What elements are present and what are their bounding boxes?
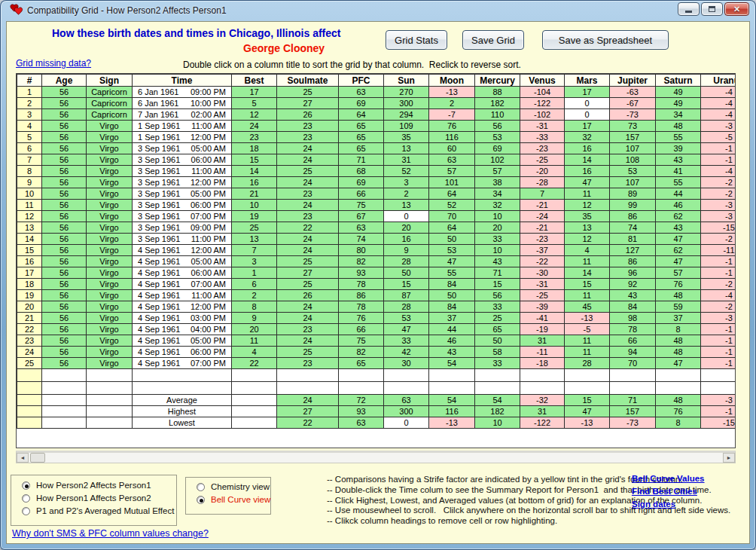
- time-cell[interactable]: 4 Sep 196106:00 AM: [133, 267, 232, 279]
- row-number-cell[interactable]: 1: [17, 87, 42, 98]
- value-cell[interactable]: 28: [384, 301, 429, 313]
- value-cell[interactable]: 43: [656, 222, 701, 234]
- col-header-jupiter[interactable]: Jupiter: [610, 75, 656, 87]
- value-cell[interactable]: 56: [475, 121, 520, 132]
- sign-cell[interactable]: Virgo: [87, 335, 133, 347]
- value-cell[interactable]: 8: [656, 324, 701, 335]
- value-cell[interactable]: 109: [384, 121, 429, 132]
- age-cell[interactable]: 56: [42, 200, 87, 211]
- time-cell[interactable]: 3 Sep 196112:00 PM: [133, 177, 232, 188]
- value-cell[interactable]: 23: [277, 188, 339, 200]
- value-cell[interactable]: 43: [475, 256, 520, 267]
- summary-label-cell[interactable]: Average: [133, 395, 232, 406]
- value-cell[interactable]: -19: [520, 324, 565, 335]
- scroll-thumb[interactable]: [30, 453, 45, 463]
- col-header-mercury[interactable]: Mercury: [475, 75, 520, 87]
- value-cell[interactable]: 11: [565, 347, 610, 358]
- value-cell[interactable]: 94: [610, 347, 656, 358]
- time-cell[interactable]: 3 Sep 196106:00 AM: [133, 154, 232, 166]
- value-cell[interactable]: -4: [701, 290, 736, 301]
- summary-value-cell[interactable]: 24: [277, 395, 339, 406]
- value-cell[interactable]: -37: [520, 245, 565, 256]
- value-cell[interactable]: 38: [475, 177, 520, 188]
- value-cell[interactable]: 182: [475, 98, 520, 109]
- age-cell[interactable]: 56: [42, 154, 87, 166]
- value-cell[interactable]: 42: [384, 347, 429, 358]
- value-cell[interactable]: -25: [520, 154, 565, 166]
- sign-cell[interactable]: Virgo: [87, 347, 133, 358]
- value-cell[interactable]: 45: [565, 301, 610, 313]
- value-cell[interactable]: 73: [610, 121, 656, 132]
- value-cell[interactable]: 80: [339, 245, 384, 256]
- value-cell[interactable]: 78: [610, 324, 656, 335]
- summary-value-cell[interactable]: 0: [384, 417, 429, 429]
- sign-cell[interactable]: Virgo: [87, 188, 133, 200]
- value-cell[interactable]: 28: [565, 358, 610, 369]
- value-cell[interactable]: 22: [277, 222, 339, 234]
- sign-cell[interactable]: Virgo: [87, 222, 133, 234]
- time-cell[interactable]: 6 Jan 196110:00 PM: [133, 98, 232, 109]
- value-cell[interactable]: 15: [232, 154, 277, 166]
- time-cell[interactable]: 4 Sep 196112:00 PM: [133, 301, 232, 313]
- row-number-cell[interactable]: 5: [17, 132, 42, 143]
- summary-label-cell[interactable]: Highest: [133, 406, 232, 417]
- value-cell[interactable]: 44: [429, 324, 475, 335]
- summary-value-cell[interactable]: -73: [610, 417, 656, 429]
- value-cell[interactable]: 86: [610, 256, 656, 267]
- age-cell[interactable]: 56: [42, 335, 87, 347]
- bell-curve-values-link[interactable]: Bell Curve Values: [632, 472, 705, 485]
- value-cell[interactable]: -104: [520, 87, 565, 98]
- value-cell[interactable]: 69: [339, 177, 384, 188]
- value-cell[interactable]: -31: [520, 121, 565, 132]
- value-cell[interactable]: 49: [656, 98, 701, 109]
- value-cell[interactable]: 15: [384, 279, 429, 290]
- time-cell[interactable]: 4 Sep 196112:00 AM: [133, 245, 232, 256]
- value-cell[interactable]: -23: [520, 143, 565, 154]
- value-cell[interactable]: 43: [656, 154, 701, 166]
- row-number-cell[interactable]: 13: [17, 222, 42, 234]
- age-cell[interactable]: 56: [42, 132, 87, 143]
- time-cell[interactable]: 3 Sep 196107:00 PM: [133, 211, 232, 222]
- value-cell[interactable]: 10: [475, 245, 520, 256]
- value-cell[interactable]: 44: [656, 188, 701, 200]
- value-cell[interactable]: -39: [520, 301, 565, 313]
- value-cell[interactable]: 13: [384, 200, 429, 211]
- age-cell[interactable]: 56: [42, 234, 87, 245]
- value-cell[interactable]: 64: [429, 188, 475, 200]
- row-number-cell[interactable]: 18: [17, 279, 42, 290]
- value-cell[interactable]: 24: [277, 301, 339, 313]
- time-cell[interactable]: 1 Sep 196111:00 AM: [133, 121, 232, 132]
- value-cell[interactable]: 107: [610, 177, 656, 188]
- value-cell[interactable]: 39: [656, 143, 701, 154]
- value-cell[interactable]: 65: [339, 132, 384, 143]
- value-cell[interactable]: -1: [701, 347, 736, 358]
- summary-value-cell[interactable]: 63: [384, 395, 429, 406]
- value-cell[interactable]: 64: [339, 109, 384, 121]
- radio-effect-p1-and-p2-s-averaged-mutual-effect[interactable]: P1 and P2's Averaged Mutual Effect: [11, 506, 176, 519]
- value-cell[interactable]: 35: [384, 132, 429, 143]
- summary-value-cell[interactable]: 47: [565, 406, 610, 417]
- value-cell[interactable]: 33: [475, 301, 520, 313]
- value-cell[interactable]: 25: [475, 313, 520, 324]
- age-cell[interactable]: 56: [42, 313, 87, 324]
- sign-dates-link[interactable]: Sign dates: [632, 498, 705, 511]
- sign-cell[interactable]: Capricorn: [87, 87, 133, 98]
- value-cell[interactable]: 1: [232, 267, 277, 279]
- value-cell[interactable]: 0: [565, 109, 610, 121]
- value-cell[interactable]: 11: [565, 290, 610, 301]
- value-cell[interactable]: 53: [429, 245, 475, 256]
- value-cell[interactable]: 53: [384, 313, 429, 324]
- save-as-spreadsheet-button[interactable]: Save as Spreadsheet: [542, 30, 669, 50]
- summary-value-cell[interactable]: 116: [429, 406, 475, 417]
- value-cell[interactable]: 26: [277, 109, 339, 121]
- value-cell[interactable]: 89: [610, 188, 656, 200]
- value-cell[interactable]: 2: [429, 98, 475, 109]
- value-cell[interactable]: -7: [429, 109, 475, 121]
- summary-value-cell[interactable]: -1: [701, 406, 736, 417]
- value-cell[interactable]: 13: [565, 222, 610, 234]
- value-cell[interactable]: -4: [701, 98, 736, 109]
- age-cell[interactable]: 56: [42, 245, 87, 256]
- sms-pfc-link[interactable]: Why don't SMS & PFC column values change…: [12, 528, 209, 539]
- value-cell[interactable]: 2: [232, 290, 277, 301]
- value-cell[interactable]: -11: [701, 245, 736, 256]
